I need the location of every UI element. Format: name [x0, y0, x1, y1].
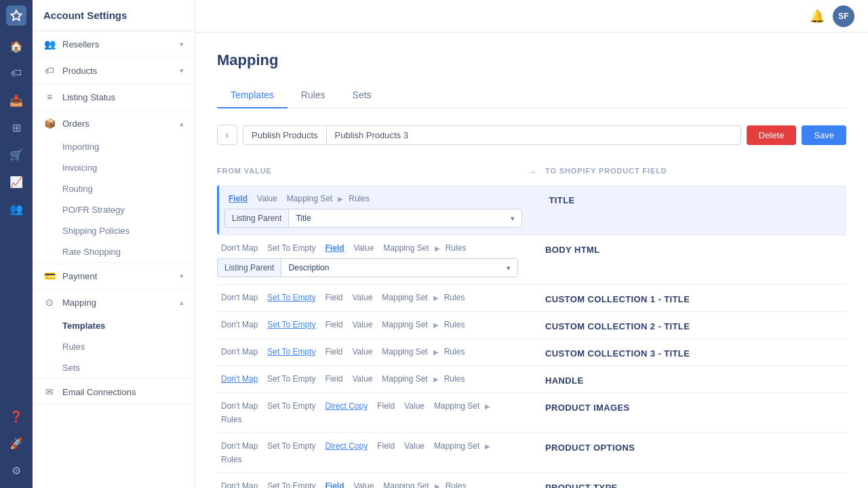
sidebar-section-payment: 💳 Payment ▾	[33, 263, 195, 289]
field-tab-value-images[interactable]: Value	[400, 400, 429, 412]
field-tab-rules-cc2[interactable]: Rules	[440, 319, 469, 331]
field-tab-field-options[interactable]: Field	[373, 440, 399, 452]
avatar[interactable]: SF	[833, 5, 854, 27]
field-tab-value-body[interactable]: Value	[350, 242, 378, 254]
sidebar-item-listing-status[interactable]: ≡ Listing Status	[33, 84, 195, 110]
field-tab-dontmap-options[interactable]: Don't Map	[217, 440, 262, 452]
nav-inbox-icon[interactable]: 📥	[4, 88, 28, 113]
tab-sets[interactable]: Sets	[339, 83, 385, 108]
save-button[interactable]: Save	[802, 125, 846, 145]
sidebar-section-resellers: 👥 Resellers ▾	[33, 31, 195, 58]
field-tab-field-title[interactable]: Field	[224, 192, 252, 205]
field-tab-rules-options[interactable]: Rules	[217, 453, 246, 466]
field-tab-field-images[interactable]: Field	[373, 400, 399, 412]
app-logo[interactable]	[6, 5, 26, 26]
nav-cart-icon[interactable]: 🛒	[4, 142, 28, 167]
field-tab-mappingset-cc2[interactable]: Mapping Set	[378, 319, 431, 331]
field-tab-dontmap-images[interactable]: Don't Map	[217, 400, 262, 412]
tab-templates[interactable]: Templates	[217, 83, 288, 108]
sidebar-child-rate-shopping[interactable]: Rate Shopping	[33, 241, 195, 262]
breadcrumb-segment-2[interactable]: Publish Products 3	[327, 126, 416, 144]
nav-help-icon[interactable]: ❓	[4, 404, 28, 428]
field-tab-mappingset-body[interactable]: Mapping Set	[379, 242, 433, 254]
field-tab-dontmap-type[interactable]: Don't Map	[217, 480, 262, 488]
field-tab-dontmap-body[interactable]: Don't Map	[217, 242, 262, 254]
sidebar-item-email-connections[interactable]: ✉ Email Connections	[33, 379, 195, 405]
nav-tag-icon[interactable]: 🏷	[4, 61, 28, 85]
field-tab-rules-body[interactable]: Rules	[441, 242, 471, 254]
field-tab-field-type[interactable]: Field	[321, 480, 348, 488]
field-tabs-handle: Don't Map Set To Empty Field Value Mappi…	[217, 373, 518, 385]
field-tab-mappingset-cc1[interactable]: Mapping Set	[378, 291, 431, 304]
nav-grid-icon[interactable]: ⊞	[4, 115, 28, 140]
field-tab-rules-title[interactable]: Rules	[344, 192, 374, 205]
field-tab-mappingset-options[interactable]: Mapping Set	[430, 440, 484, 452]
sidebar-item-products[interactable]: 🏷 Products ▾	[33, 58, 195, 83]
field-tab-rules-type[interactable]: Rules	[441, 480, 471, 488]
field-tab-settoempty-cc1[interactable]: Set To Empty	[263, 291, 319, 304]
field-tab-field-body[interactable]: Field	[321, 242, 348, 254]
field-tab-value-title[interactable]: Value	[253, 192, 281, 205]
sidebar-item-resellers[interactable]: 👥 Resellers ▾	[33, 31, 195, 57]
sidebar-child-shipping-policies[interactable]: Shipping Policies	[33, 220, 195, 241]
field-tab-settoempty-cc2[interactable]: Set To Empty	[263, 319, 319, 331]
sidebar-item-orders[interactable]: 📦 Orders ▴	[33, 110, 195, 136]
field-tab-mappingset-type[interactable]: Mapping Set	[379, 480, 433, 488]
nav-settings-icon[interactable]: ⚙	[4, 458, 28, 483]
field-tab-rules-cc1[interactable]: Rules	[440, 291, 469, 304]
sidebar-section-email: ✉ Email Connections	[33, 379, 195, 405]
dropdown-select-title[interactable]: Title ▾	[288, 209, 521, 228]
notification-bell-icon[interactable]: 🔔	[810, 9, 825, 24]
sidebar-child-rules[interactable]: Rules	[33, 336, 195, 357]
mapping-header: FROM VALUE → TO SHOPIFY PRODUCT FIELD	[217, 161, 846, 182]
field-tab-value-handle[interactable]: Value	[349, 373, 377, 385]
field-tab-settoempty-options[interactable]: Set To Empty	[263, 440, 319, 452]
field-tab-value-options[interactable]: Value	[400, 440, 429, 452]
field-tab-mappingset-cc3[interactable]: Mapping Set	[378, 346, 431, 358]
sidebar-item-payment[interactable]: 💳 Payment ▾	[33, 263, 195, 289]
field-tab-dontmap-handle[interactable]: Don't Map	[217, 373, 262, 385]
field-tab-dontmap-cc1[interactable]: Don't Map	[217, 291, 262, 304]
nav-users-icon[interactable]: 👥	[4, 197, 28, 221]
sidebar-child-importing[interactable]: Importing	[33, 136, 195, 157]
field-tab-settoempty-cc3[interactable]: Set To Empty	[263, 346, 319, 358]
field-tab-field-cc2[interactable]: Field	[321, 319, 347, 331]
field-tab-value-cc3[interactable]: Value	[349, 346, 377, 358]
nav-rocket-icon[interactable]: 🚀	[4, 431, 28, 455]
sidebar-child-templates[interactable]: Templates	[33, 315, 195, 336]
field-tab-rules-handle[interactable]: Rules	[440, 373, 469, 385]
field-tab-field-cc3[interactable]: Field	[321, 346, 347, 358]
sidebar-item-mapping[interactable]: ⊙ Mapping ▴	[33, 289, 195, 315]
field-tab-directcopy-options[interactable]: Direct Copy	[321, 440, 372, 452]
field-tab-rules-cc3[interactable]: Rules	[440, 346, 469, 358]
nav-home-icon[interactable]: 🏠	[4, 34, 28, 58]
field-tab-settoempty-type[interactable]: Set To Empty	[263, 480, 319, 488]
sidebar-child-sets[interactable]: Sets	[33, 357, 195, 378]
field-tabs-product-type: Don't Map Set To Empty Field Value Mappi…	[217, 480, 518, 488]
field-tab-value-cc1[interactable]: Value	[349, 291, 377, 304]
tab-rules[interactable]: Rules	[288, 83, 339, 108]
field-tab-value-cc2[interactable]: Value	[349, 319, 377, 331]
field-tab-dontmap-cc3[interactable]: Don't Map	[217, 346, 262, 358]
sidebar-child-po-fr-strategy[interactable]: PO/FR Strategy	[33, 199, 195, 220]
sidebar-child-routing[interactable]: Routing	[33, 178, 195, 199]
field-tab-settoempty-body[interactable]: Set To Empty	[263, 242, 319, 254]
field-tab-value-type[interactable]: Value	[350, 480, 378, 488]
field-tab-mappingset-title[interactable]: Mapping Set	[283, 192, 336, 205]
field-tab-settoempty-images[interactable]: Set To Empty	[263, 400, 319, 412]
dropdown-select-body[interactable]: Description ▾	[281, 258, 518, 277]
field-tabs-product-options: Don't Map Set To Empty Direct Copy Field…	[217, 440, 518, 466]
field-tab-directcopy-images[interactable]: Direct Copy	[321, 400, 372, 412]
field-tab-field-handle[interactable]: Field	[321, 373, 347, 385]
field-tab-mappingset-images[interactable]: Mapping Set	[430, 400, 484, 412]
sidebar-child-invoicing[interactable]: Invoicing	[33, 157, 195, 178]
back-button[interactable]: ‹	[217, 125, 237, 145]
field-tab-rules-images[interactable]: Rules	[217, 413, 246, 426]
field-tab-dontmap-cc2[interactable]: Don't Map	[217, 319, 262, 331]
breadcrumb-segment-1[interactable]: Publish Products	[243, 126, 327, 144]
field-tab-mappingset-handle[interactable]: Mapping Set	[378, 373, 431, 385]
delete-button[interactable]: Delete	[747, 125, 797, 145]
field-tab-settoempty-handle[interactable]: Set To Empty	[263, 373, 319, 385]
nav-chart-icon[interactable]: 📈	[4, 169, 28, 194]
field-tab-field-cc1[interactable]: Field	[321, 291, 347, 304]
